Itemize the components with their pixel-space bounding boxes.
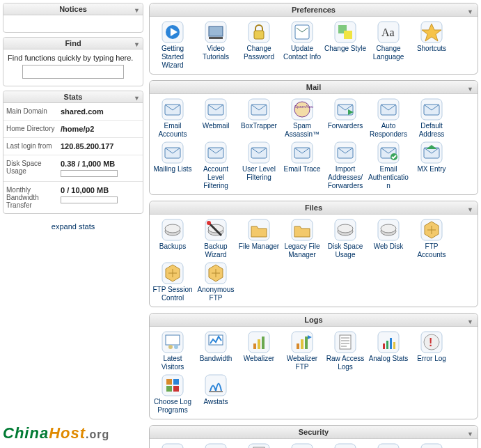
launcher-mx-entry[interactable]: MX Entry bbox=[410, 140, 453, 192]
launcher-label: User Level Filtering bbox=[237, 165, 281, 182]
expand-stats-link[interactable]: expand stats bbox=[3, 218, 143, 235]
launcher-label: Backups bbox=[151, 242, 194, 251]
collapse-icon[interactable]: ▼ bbox=[467, 316, 473, 328]
launcher-label: Error Log bbox=[410, 355, 453, 363]
ufilter-icon bbox=[248, 141, 270, 164]
launcher-webalizer-ftp[interactable]: Webalizer FTP bbox=[281, 330, 324, 373]
stats-value: 0 / 10,000 MB bbox=[58, 182, 143, 214]
launcher-change-style[interactable]: Change Style bbox=[324, 20, 367, 71]
svg-rect-77 bbox=[253, 343, 256, 349]
launcher-ftp-accounts[interactable]: FTP Accounts bbox=[410, 217, 453, 261]
launcher-awstats[interactable]: Awstats bbox=[194, 373, 237, 416]
ipd-icon bbox=[205, 443, 227, 448]
contact-icon bbox=[291, 21, 313, 43]
launcher-mailing-lists[interactable]: Mailing Lists bbox=[151, 140, 194, 192]
launcher-update-contact-info[interactable]: Update Contact Info bbox=[281, 20, 324, 71]
launcher-label: Bandwidth bbox=[194, 355, 237, 363]
stats-key: Disk Space Usage bbox=[3, 155, 58, 182]
launcher-label: Webalizer FTP bbox=[281, 355, 324, 371]
analog-icon bbox=[377, 331, 400, 353]
collapse-icon[interactable]: ▼ bbox=[467, 428, 473, 440]
launcher-forwarders[interactable]: Forwarders bbox=[324, 97, 367, 140]
launcher-account-filtering[interactable]: Account Level Filtering bbox=[194, 140, 237, 192]
launcher-backup-wizard[interactable]: Backup Wizard bbox=[194, 217, 237, 261]
launcher-webmail[interactable]: Webmail bbox=[194, 97, 237, 140]
launcher-label: Email Accounts bbox=[151, 122, 194, 139]
launcher-ssl-tls[interactable]: SSL/TLS bbox=[237, 442, 281, 448]
launcher-analog-stats[interactable]: Analog Stats bbox=[367, 330, 410, 373]
launcher-legacy-file-manager[interactable]: Legacy File Manager bbox=[281, 217, 324, 261]
launcher-change-language[interactable]: AaChange Language bbox=[367, 20, 410, 71]
launcher-email-accounts[interactable]: Email Accounts bbox=[151, 97, 194, 140]
collapse-icon[interactable]: ▼ bbox=[134, 5, 140, 16]
panel-title: Security bbox=[299, 428, 329, 436]
usage-bar bbox=[61, 170, 118, 177]
launcher-password-protect[interactable]: Password bbox=[151, 442, 194, 448]
launcher-anonymous-ftp[interactable]: Anonymous FTP bbox=[194, 261, 237, 304]
collapse-icon[interactable]: ▼ bbox=[467, 6, 473, 18]
launcher-ftp-session-control[interactable]: FTP Session Control bbox=[151, 261, 194, 304]
launcher-label: Import Addresses/ Forwarders bbox=[324, 165, 367, 190]
launcher-user-filtering[interactable]: User Level Filtering bbox=[237, 140, 281, 192]
launcher-getting-started-wizard[interactable]: Getting Started Wizard bbox=[151, 20, 194, 71]
launcher-default-address[interactable]: Default Address bbox=[410, 97, 453, 140]
launcher-label: Change Password bbox=[237, 45, 281, 61]
notices-title: Notices bbox=[59, 5, 87, 13]
stats-row: Last login from120.85.200.177 bbox=[3, 138, 143, 155]
play-icon bbox=[161, 21, 184, 43]
stats-row: Monthly Bandwidth Transfer0 / 10,000 MB bbox=[3, 182, 143, 214]
launcher-email-trace[interactable]: Email Trace bbox=[281, 140, 324, 192]
err-icon: ! bbox=[420, 331, 443, 353]
launcher-bandwidth[interactable]: Bandwidth bbox=[194, 330, 237, 373]
find-input[interactable] bbox=[22, 65, 124, 79]
panel-header: Security▼ bbox=[150, 426, 478, 439]
launcher-spam-assassin[interactable]: SpamAssassinSpam Assassin™ bbox=[281, 97, 324, 140]
launcher-email-auth[interactable]: Email Authentication bbox=[367, 140, 410, 192]
aw-icon bbox=[205, 374, 227, 396]
list-icon bbox=[161, 141, 184, 164]
launcher-label: File Manager bbox=[237, 242, 281, 251]
launcher-shortcuts[interactable]: Shortcuts bbox=[410, 20, 453, 71]
launcher-auto-responders[interactable]: Auto Responders bbox=[367, 97, 410, 140]
collapse-icon[interactable]: ▼ bbox=[467, 203, 473, 216]
panel-header: Mail▼ bbox=[150, 81, 478, 94]
svg-rect-98 bbox=[166, 386, 172, 392]
launcher-webalizer[interactable]: Webalizer bbox=[237, 330, 281, 373]
launcher-hotlink[interactable]: HotLink bbox=[324, 442, 367, 448]
launcher-file-manager[interactable]: File Manager bbox=[237, 217, 281, 261]
auto-icon bbox=[377, 98, 400, 121]
launcher-backups[interactable]: Backups bbox=[151, 217, 194, 261]
launcher-label: Update Contact Info bbox=[281, 45, 324, 61]
launcher-boxtrapper[interactable]: BoxTrapper bbox=[237, 97, 281, 140]
launcher-raw-access-logs[interactable]: Raw Access Logs bbox=[324, 330, 367, 373]
disk-icon bbox=[334, 219, 356, 241]
collapse-icon[interactable]: ▼ bbox=[467, 83, 473, 95]
launcher-latest-visitors[interactable]: Latest Visitors bbox=[151, 330, 194, 373]
collapse-icon[interactable]: ▼ bbox=[134, 93, 140, 104]
launcher-import-addresses[interactable]: Import Addresses/ Forwarders bbox=[324, 140, 367, 192]
launcher-label: Anonymous FTP bbox=[194, 286, 237, 302]
svg-rect-5 bbox=[209, 37, 223, 39]
launcher-ssh-shell[interactable]: >_SSH/Shell bbox=[281, 442, 324, 448]
launcher-leech[interactable]: Leech bbox=[367, 442, 410, 448]
svg-rect-4 bbox=[209, 26, 223, 36]
launcher-video-tutorials[interactable]: Video Tutorials bbox=[194, 20, 237, 71]
launcher-change-password[interactable]: Change Password bbox=[237, 20, 281, 71]
svg-rect-101 bbox=[209, 391, 223, 392]
launcher-choose-log-programs[interactable]: Choose Log Programs bbox=[151, 373, 194, 416]
collapse-icon[interactable]: ▼ bbox=[134, 39, 140, 50]
launcher-label: MX Entry bbox=[410, 165, 453, 173]
svg-rect-82 bbox=[301, 339, 303, 349]
launcher-label: Choose Log Programs bbox=[151, 398, 194, 415]
svg-rect-86 bbox=[340, 335, 351, 349]
panel-body: PasswordIP DenySSL/TLS>_SSH/ShellHotLink… bbox=[150, 439, 478, 448]
choose-icon bbox=[161, 374, 184, 396]
gpg-icon bbox=[420, 443, 443, 448]
launcher-label: Spam Assassin™ bbox=[281, 122, 324, 139]
launcher-gnupg[interactable]: GnuPG bbox=[410, 442, 453, 448]
launcher-disk-space-usage[interactable]: Disk Space Usage bbox=[324, 217, 367, 261]
launcher-error-log[interactable]: !Error Log bbox=[410, 330, 453, 373]
svg-rect-78 bbox=[258, 339, 260, 349]
launcher-ip-deny[interactable]: IP Deny bbox=[194, 442, 237, 448]
launcher-web-disk[interactable]: Web Disk bbox=[367, 217, 410, 261]
